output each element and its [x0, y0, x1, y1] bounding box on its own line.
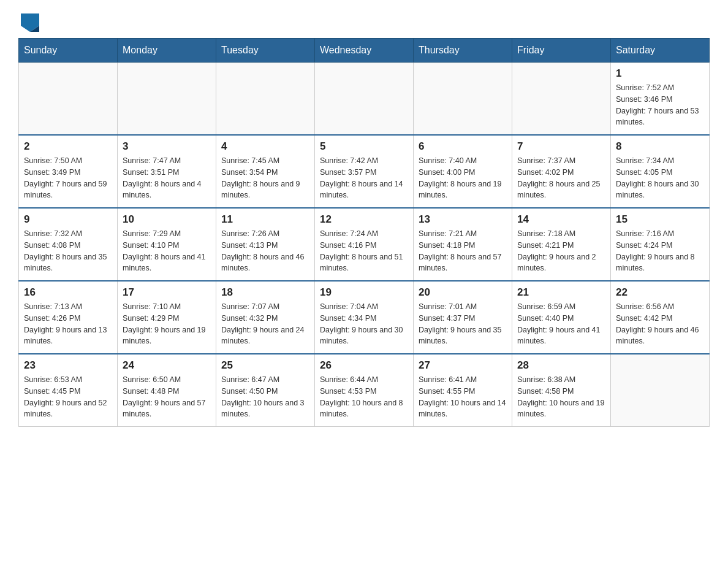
day-number: 25: [221, 359, 309, 372]
calendar-header-tuesday: Tuesday: [216, 39, 315, 63]
calendar-table: SundayMondayTuesdayWednesdayThursdayFrid…: [18, 38, 710, 427]
day-number: 28: [517, 359, 605, 372]
day-info: Sunrise: 7:16 AM Sunset: 4:24 PM Dayligh…: [616, 228, 704, 274]
day-info: Sunrise: 7:26 AM Sunset: 4:13 PM Dayligh…: [221, 228, 309, 274]
calendar-cell: [315, 63, 414, 136]
calendar-cell: 3Sunrise: 7:47 AM Sunset: 3:51 PM Daylig…: [118, 135, 216, 208]
day-info: Sunrise: 7:40 AM Sunset: 4:00 PM Dayligh…: [419, 155, 507, 201]
day-info: Sunrise: 7:47 AM Sunset: 3:51 PM Dayligh…: [123, 155, 211, 201]
calendar-cell: 27Sunrise: 6:41 AM Sunset: 4:55 PM Dayli…: [414, 354, 512, 427]
day-info: Sunrise: 7:13 AM Sunset: 4:26 PM Dayligh…: [24, 301, 112, 347]
day-info: Sunrise: 6:59 AM Sunset: 4:40 PM Dayligh…: [517, 301, 605, 347]
day-number: 26: [320, 359, 408, 372]
day-info: Sunrise: 7:42 AM Sunset: 3:57 PM Dayligh…: [320, 155, 408, 201]
calendar-cell: 14Sunrise: 7:18 AM Sunset: 4:21 PM Dayli…: [512, 208, 611, 281]
day-number: 6: [419, 140, 507, 153]
day-info: Sunrise: 7:37 AM Sunset: 4:02 PM Dayligh…: [517, 155, 605, 201]
day-number: 11: [221, 213, 309, 226]
calendar-cell: 11Sunrise: 7:26 AM Sunset: 4:13 PM Dayli…: [216, 208, 315, 281]
logo: [18, 12, 40, 32]
day-info: Sunrise: 7:32 AM Sunset: 4:08 PM Dayligh…: [24, 228, 112, 274]
day-number: 15: [616, 213, 704, 226]
day-number: 4: [221, 140, 309, 153]
day-info: Sunrise: 7:34 AM Sunset: 4:05 PM Dayligh…: [616, 155, 704, 201]
day-info: Sunrise: 6:44 AM Sunset: 4:53 PM Dayligh…: [320, 374, 408, 420]
day-info: Sunrise: 6:56 AM Sunset: 4:42 PM Dayligh…: [616, 301, 704, 347]
calendar-cell: 16Sunrise: 7:13 AM Sunset: 4:26 PM Dayli…: [19, 281, 118, 354]
calendar-cell: 8Sunrise: 7:34 AM Sunset: 4:05 PM Daylig…: [611, 135, 710, 208]
day-info: Sunrise: 6:53 AM Sunset: 4:45 PM Dayligh…: [24, 374, 112, 420]
day-info: Sunrise: 7:01 AM Sunset: 4:37 PM Dayligh…: [419, 301, 507, 347]
calendar-header-saturday: Saturday: [611, 39, 710, 63]
calendar-cell: 10Sunrise: 7:29 AM Sunset: 4:10 PM Dayli…: [118, 208, 216, 281]
day-info: Sunrise: 7:07 AM Sunset: 4:32 PM Dayligh…: [221, 301, 309, 347]
day-info: Sunrise: 7:50 AM Sunset: 3:49 PM Dayligh…: [24, 155, 112, 201]
calendar-header-friday: Friday: [512, 39, 611, 63]
calendar-week-row: 16Sunrise: 7:13 AM Sunset: 4:26 PM Dayli…: [19, 281, 710, 354]
calendar-cell: [118, 63, 216, 136]
day-number: 24: [123, 359, 211, 372]
calendar-week-row: 1Sunrise: 7:52 AM Sunset: 3:46 PM Daylig…: [19, 63, 710, 136]
day-info: Sunrise: 6:47 AM Sunset: 4:50 PM Dayligh…: [221, 374, 309, 420]
calendar-cell: 23Sunrise: 6:53 AM Sunset: 4:45 PM Dayli…: [19, 354, 118, 427]
calendar-cell: 22Sunrise: 6:56 AM Sunset: 4:42 PM Dayli…: [611, 281, 710, 354]
day-number: 3: [123, 140, 211, 153]
day-info: Sunrise: 6:41 AM Sunset: 4:55 PM Dayligh…: [419, 374, 507, 420]
day-number: 1: [616, 67, 704, 80]
day-number: 2: [24, 140, 112, 153]
calendar-cell: 15Sunrise: 7:16 AM Sunset: 4:24 PM Dayli…: [611, 208, 710, 281]
day-info: Sunrise: 7:10 AM Sunset: 4:29 PM Dayligh…: [123, 301, 211, 347]
calendar-header-row: SundayMondayTuesdayWednesdayThursdayFrid…: [19, 39, 710, 63]
day-number: 12: [320, 213, 408, 226]
day-info: Sunrise: 6:38 AM Sunset: 4:58 PM Dayligh…: [517, 374, 605, 420]
calendar-week-row: 2Sunrise: 7:50 AM Sunset: 3:49 PM Daylig…: [19, 135, 710, 208]
calendar-header-thursday: Thursday: [414, 39, 512, 63]
day-number: 23: [24, 359, 112, 372]
calendar-cell: 17Sunrise: 7:10 AM Sunset: 4:29 PM Dayli…: [118, 281, 216, 354]
day-info: Sunrise: 7:29 AM Sunset: 4:10 PM Dayligh…: [123, 228, 211, 274]
day-number: 22: [616, 286, 704, 299]
calendar-cell: 28Sunrise: 6:38 AM Sunset: 4:58 PM Dayli…: [512, 354, 611, 427]
day-number: 20: [419, 286, 507, 299]
day-info: Sunrise: 6:50 AM Sunset: 4:48 PM Dayligh…: [123, 374, 211, 420]
day-number: 9: [24, 213, 112, 226]
calendar-header-monday: Monday: [118, 39, 216, 63]
calendar-week-row: 9Sunrise: 7:32 AM Sunset: 4:08 PM Daylig…: [19, 208, 710, 281]
calendar-cell: 18Sunrise: 7:07 AM Sunset: 4:32 PM Dayli…: [216, 281, 315, 354]
calendar-cell: 1Sunrise: 7:52 AM Sunset: 3:46 PM Daylig…: [611, 63, 710, 136]
calendar-cell: 19Sunrise: 7:04 AM Sunset: 4:34 PM Dayli…: [315, 281, 414, 354]
day-number: 13: [419, 213, 507, 226]
calendar-cell: 6Sunrise: 7:40 AM Sunset: 4:00 PM Daylig…: [414, 135, 512, 208]
calendar-header-wednesday: Wednesday: [315, 39, 414, 63]
calendar-cell: 25Sunrise: 6:47 AM Sunset: 4:50 PM Dayli…: [216, 354, 315, 427]
day-info: Sunrise: 7:52 AM Sunset: 3:46 PM Dayligh…: [616, 82, 704, 128]
calendar-header-sunday: Sunday: [19, 39, 118, 63]
day-number: 16: [24, 286, 112, 299]
day-number: 5: [320, 140, 408, 153]
day-info: Sunrise: 7:04 AM Sunset: 4:34 PM Dayligh…: [320, 301, 408, 347]
calendar-cell: [414, 63, 512, 136]
calendar-cell: 7Sunrise: 7:37 AM Sunset: 4:02 PM Daylig…: [512, 135, 611, 208]
day-number: 18: [221, 286, 309, 299]
day-number: 19: [320, 286, 408, 299]
calendar-cell: 12Sunrise: 7:24 AM Sunset: 4:16 PM Dayli…: [315, 208, 414, 281]
calendar-cell: 9Sunrise: 7:32 AM Sunset: 4:08 PM Daylig…: [19, 208, 118, 281]
calendar-cell: [512, 63, 611, 136]
day-number: 21: [517, 286, 605, 299]
calendar-cell: 26Sunrise: 6:44 AM Sunset: 4:53 PM Dayli…: [315, 354, 414, 427]
calendar-cell: 20Sunrise: 7:01 AM Sunset: 4:37 PM Dayli…: [414, 281, 512, 354]
day-info: Sunrise: 7:18 AM Sunset: 4:21 PM Dayligh…: [517, 228, 605, 274]
day-number: 14: [517, 213, 605, 226]
day-info: Sunrise: 7:45 AM Sunset: 3:54 PM Dayligh…: [221, 155, 309, 201]
calendar-cell: [611, 354, 710, 427]
day-number: 8: [616, 140, 704, 153]
calendar-cell: 4Sunrise: 7:45 AM Sunset: 3:54 PM Daylig…: [216, 135, 315, 208]
day-number: 27: [419, 359, 507, 372]
calendar-cell: 21Sunrise: 6:59 AM Sunset: 4:40 PM Dayli…: [512, 281, 611, 354]
calendar-cell: [19, 63, 118, 136]
logo-icon: [21, 13, 39, 32]
calendar-cell: 13Sunrise: 7:21 AM Sunset: 4:18 PM Dayli…: [414, 208, 512, 281]
calendar-cell: 5Sunrise: 7:42 AM Sunset: 3:57 PM Daylig…: [315, 135, 414, 208]
calendar-week-row: 23Sunrise: 6:53 AM Sunset: 4:45 PM Dayli…: [19, 354, 710, 427]
day-info: Sunrise: 7:21 AM Sunset: 4:18 PM Dayligh…: [419, 228, 507, 274]
